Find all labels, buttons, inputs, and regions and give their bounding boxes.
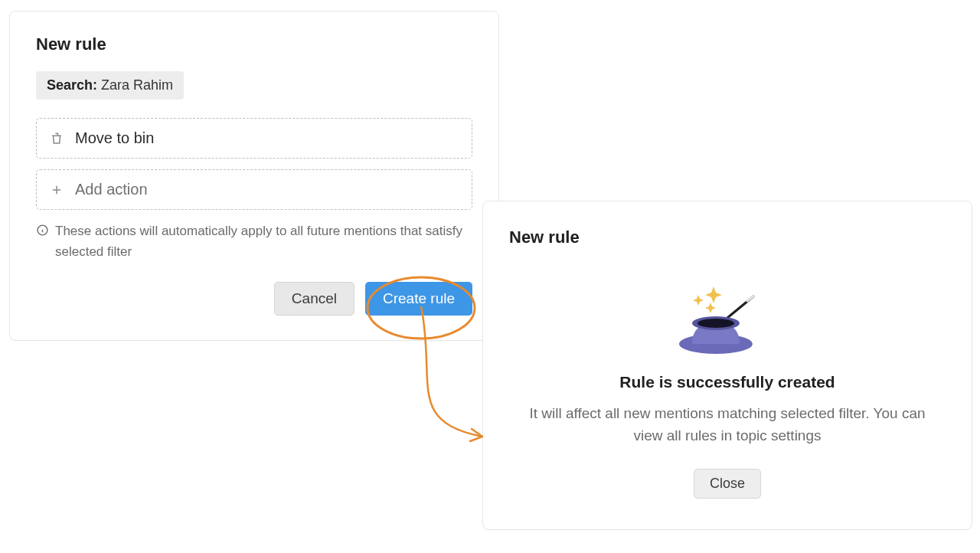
wand-icon — [727, 296, 753, 318]
trash-icon — [49, 131, 64, 146]
info-icon — [36, 221, 49, 243]
plus-icon — [49, 182, 64, 198]
new-rule-form-card: New rule Search: Zara Rahim Move to bin … — [9, 11, 499, 341]
sparkle-icon — [693, 286, 722, 313]
magic-hat-illustration — [674, 281, 781, 358]
info-text: These actions will automatically apply t… — [55, 221, 472, 262]
filter-chip[interactable]: Search: Zara Rahim — [36, 71, 184, 100]
cancel-button[interactable]: Cancel — [274, 282, 354, 316]
svg-point-8 — [697, 319, 734, 328]
add-action-row[interactable]: Add action — [36, 169, 472, 210]
success-body-text: It will affect all new mentions matching… — [524, 402, 930, 447]
action-label: Move to bin — [75, 129, 154, 147]
svg-marker-3 — [705, 303, 716, 313]
form-buttons: Cancel Create rule — [36, 282, 472, 316]
svg-marker-2 — [693, 295, 704, 306]
add-action-label: Add action — [75, 181, 148, 198]
filter-key: Search: — [47, 77, 97, 93]
card-title: New rule — [36, 34, 472, 54]
create-rule-button[interactable]: Create rule — [365, 282, 472, 316]
new-rule-success-card: New rule Rule is successfully create — [482, 201, 972, 530]
info-note: These actions will automatically apply t… — [36, 221, 472, 262]
success-heading: Rule is successfully created — [509, 373, 946, 391]
filter-value: Zara Rahim — [101, 77, 173, 93]
card-title: New rule — [509, 227, 946, 247]
svg-marker-1 — [705, 286, 722, 303]
action-row-move-to-bin[interactable]: Move to bin — [36, 118, 472, 159]
close-button[interactable]: Close — [694, 469, 761, 499]
top-hat-icon — [679, 316, 753, 354]
